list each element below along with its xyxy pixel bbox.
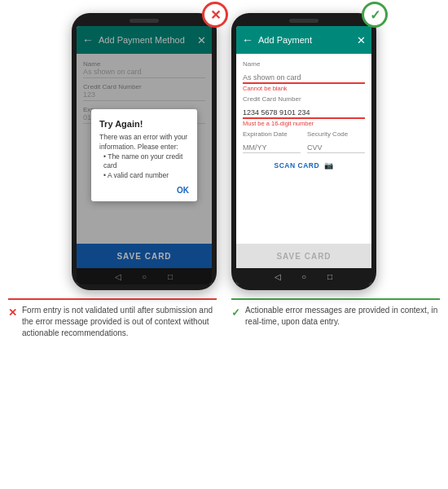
good-sec-group: Security Code xyxy=(307,130,365,153)
good-phone-speaker xyxy=(289,19,318,23)
good-exp-sec-row: Expiration Date Security Code xyxy=(243,130,365,153)
bad-dialog-list: The name on your credit card A valid car… xyxy=(99,152,189,182)
good-scan-icon: 📷 xyxy=(324,161,334,170)
bad-caption: ✕ Form entry is not validated until afte… xyxy=(8,305,217,339)
good-cc-error: Must be a 16-digit number xyxy=(243,120,365,127)
bad-dialog: Try Again! There was an error with your … xyxy=(91,109,197,201)
good-name-label: Name xyxy=(243,60,365,68)
good-sec-label: Security Code xyxy=(307,130,365,138)
good-name-error: Cannot be blank xyxy=(243,85,365,92)
bad-dialog-item-1: The name on your credit card xyxy=(103,152,189,172)
bad-caption-text: Form entry is not validated until after … xyxy=(22,305,217,339)
good-caption-icon: ✓ xyxy=(231,306,240,320)
good-back-button[interactable]: ← xyxy=(242,33,253,46)
bad-dialog-overlay: Try Again! There was an error with your … xyxy=(77,26,212,284)
bad-dialog-body: There was an error with your information… xyxy=(99,133,189,181)
bad-dialog-ok[interactable]: OK xyxy=(99,186,189,195)
good-caption-text: Actionable error messages are provided i… xyxy=(245,305,440,328)
bad-caption-col: ✕ Form entry is not validated until afte… xyxy=(8,298,217,339)
bad-dialog-body-text: There was an error with your information… xyxy=(99,133,187,151)
captions-row: ✕ Form entry is not validated until afte… xyxy=(8,298,440,339)
good-caption: ✓ Actionable error messages are provided… xyxy=(231,305,440,339)
good-cc-input[interactable] xyxy=(243,108,365,119)
bad-divider xyxy=(8,298,217,300)
good-recent-nav[interactable]: □ xyxy=(324,271,336,282)
good-appbar-title: Add Payment xyxy=(258,35,357,45)
good-home-nav[interactable]: ○ xyxy=(298,271,310,282)
good-form-content: Name Cannot be blank Credit Card Number … xyxy=(236,54,371,244)
bad-dialog-item-2: A valid card number xyxy=(103,171,189,181)
good-phone: ← Add Payment ✕ Name Cannot be blank Cre… xyxy=(231,13,376,290)
bad-caption-icon: ✕ xyxy=(8,306,17,320)
good-scan-card-button[interactable]: SCAN CARD 📷 xyxy=(243,161,365,170)
good-save-card-button: SAVE CARD xyxy=(236,244,371,268)
good-appbar: ← Add Payment ✕ xyxy=(236,26,371,54)
good-nav-bar: ◁ ○ □ xyxy=(236,268,371,284)
good-name-group: Name Cannot be blank xyxy=(243,60,365,92)
good-badge: ✓ xyxy=(362,2,388,28)
bad-phone: ← Add Payment Method ✕ Name As shown on … xyxy=(72,13,217,290)
good-caption-col: ✓ Actionable error messages are provided… xyxy=(231,298,440,339)
bad-badge: ✕ xyxy=(202,2,228,28)
good-close-button[interactable]: ✕ xyxy=(357,34,366,46)
good-name-input[interactable] xyxy=(243,73,365,84)
bad-phone-screen: ← Add Payment Method ✕ Name As shown on … xyxy=(77,26,212,284)
phones-row: ✕ ← Add Payment Method ✕ Name As shown o… xyxy=(8,13,440,290)
bad-phone-speaker xyxy=(130,19,159,23)
good-exp-input[interactable] xyxy=(243,143,301,153)
good-cc-group: Credit Card Number Must be a 16-digit nu… xyxy=(243,95,365,127)
bad-phone-wrapper: ✕ ← Add Payment Method ✕ Name As shown o… xyxy=(72,13,217,290)
good-sec-input[interactable] xyxy=(307,143,365,153)
good-back-nav[interactable]: ◁ xyxy=(272,271,283,282)
good-phone-screen: ← Add Payment ✕ Name Cannot be blank Cre… xyxy=(236,26,371,284)
good-cc-label: Credit Card Number xyxy=(243,95,365,103)
good-exp-label: Expiration Date xyxy=(243,130,301,138)
good-divider xyxy=(231,298,440,300)
good-exp-group: Expiration Date xyxy=(243,130,301,153)
good-phone-wrapper: ✓ ← Add Payment ✕ Name Cannot be blank xyxy=(231,13,376,290)
bad-dialog-title: Try Again! xyxy=(99,119,189,129)
good-scan-label: SCAN CARD xyxy=(275,161,320,170)
